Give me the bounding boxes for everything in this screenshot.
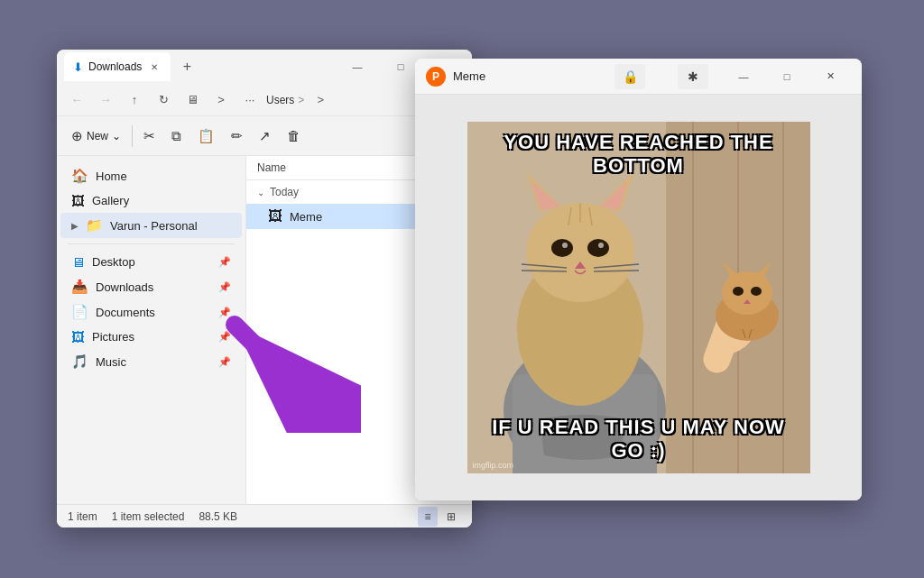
new-icon: ⊕: [71, 128, 83, 144]
meme-win-controls: — □ ✕: [723, 63, 851, 90]
sidebar-item-desktop[interactable]: 🖥 Desktop 📌: [60, 250, 242, 274]
meme-text-top: YOU HAVE REACHED THE BOTTOM: [467, 131, 810, 179]
meme-content-area: YOU HAVE REACHED THE BOTTOM IF U READ TH…: [415, 95, 862, 500]
sidebar-item-music[interactable]: 🎵 Music 📌: [60, 349, 242, 374]
minimize-button[interactable]: —: [337, 53, 378, 80]
gallery-icon: 🖼: [71, 193, 85, 208]
sidebar-varun-label: Varun - Personal: [110, 219, 198, 233]
active-tab[interactable]: ⬇ Downloads ✕: [64, 52, 171, 81]
expand-icon: ▶: [71, 221, 79, 231]
sidebar-item-gallery[interactable]: 🖼 Gallery: [60, 188, 242, 213]
new-button[interactable]: ⊕ New ⌄: [64, 122, 128, 151]
sidebar-divider: [68, 243, 235, 244]
this-pc-button[interactable]: 🖥: [180, 87, 205, 113]
meme-text-bottom: IF U READ THIS U MAY NOW GO :): [467, 416, 810, 463]
more-button[interactable]: ···: [237, 87, 263, 113]
sidebar-item-pictures[interactable]: 🖼 Pictures 📌: [60, 325, 242, 349]
rename-button[interactable]: ✏: [224, 122, 250, 151]
breadcrumb-sep: >: [298, 94, 304, 106]
home-icon: 🏠: [71, 168, 88, 184]
tile-view-button[interactable]: ⊞: [441, 507, 461, 527]
nav-chevron: >: [208, 87, 234, 113]
tab-title: Downloads: [88, 60, 142, 73]
group-chevron: ⌄: [257, 188, 264, 197]
svg-point-16: [587, 239, 609, 257]
svg-point-18: [598, 243, 604, 248]
svg-point-33: [733, 287, 744, 296]
title-bar: ⬇ Downloads ✕ + — □ ✕: [57, 50, 472, 84]
meme-minimize-button[interactable]: —: [723, 63, 764, 90]
breadcrumb-more[interactable]: >: [308, 87, 333, 113]
forward-button[interactable]: →: [93, 87, 118, 113]
rename-icon: ✏: [231, 128, 243, 144]
group-today-label: Today: [270, 186, 299, 198]
file-meme-name: Meme: [290, 210, 322, 224]
sidebar-item-home[interactable]: 🏠 Home: [60, 163, 242, 188]
meme-tools-button[interactable]: ✱: [678, 64, 708, 89]
cut-button[interactable]: ✂: [136, 122, 162, 151]
pin-icon-music: 📌: [218, 356, 231, 368]
breadcrumb-users[interactable]: Users: [266, 94, 294, 106]
cut-icon: ✂: [143, 128, 155, 144]
toolbar: ⊕ New ⌄ ✂ ⧉ 📋 ✏ ↗ 🗑: [57, 116, 472, 156]
delete-icon: 🗑: [287, 128, 300, 143]
sidebar-item-varun[interactable]: ▶ 📁 Varun - Personal: [60, 213, 242, 238]
paste-icon: 📋: [198, 128, 215, 144]
copy-icon: ⧉: [171, 128, 181, 144]
svg-point-17: [562, 243, 568, 248]
svg-line-21: [522, 271, 567, 271]
meme-lock-button[interactable]: 🔒: [614, 64, 645, 89]
svg-point-15: [551, 239, 573, 257]
refresh-button[interactable]: ↻: [151, 87, 176, 113]
back-button[interactable]: ←: [64, 87, 89, 113]
pin-icon-desktop: 📌: [218, 256, 231, 268]
new-label: New: [87, 130, 108, 142]
meme-close-button[interactable]: ✕: [809, 63, 851, 90]
pin-icon-downloads: 📌: [218, 281, 231, 293]
sidebar-pictures-label: Pictures: [92, 330, 134, 344]
new-tab-button[interactable]: +: [174, 54, 199, 79]
sidebar-desktop-label: Desktop: [92, 255, 135, 269]
item-count: 1 item: [68, 510, 97, 523]
up-button[interactable]: ↑: [122, 87, 147, 113]
pictures-icon: 🖼: [71, 329, 85, 344]
copy-button[interactable]: ⧉: [164, 122, 189, 151]
meme-title-bar: P Meme 🔒 ✱ — □ ✕: [415, 59, 862, 95]
meme-watermark: imgflip.com: [473, 461, 514, 470]
svg-point-30: [722, 271, 772, 315]
explorer-window: ⬇ Downloads ✕ + — □ ✕ ← → ↑ ↻ 🖥 > ··· Us…: [57, 50, 472, 528]
downloads-icon: 📥: [71, 279, 88, 295]
column-name: Name: [257, 161, 286, 174]
toolbar-sep-1: [132, 125, 133, 147]
meme-app-icon: P: [426, 67, 446, 87]
status-bar: 1 item 1 item selected 88.5 KB ≡ ⊞: [57, 504, 472, 528]
view-toggle: ≡ ⊞: [418, 507, 461, 527]
title-bar-tabs: ⬇ Downloads ✕ +: [64, 52, 337, 81]
folder-icon: 📁: [86, 217, 103, 234]
sidebar-item-downloads[interactable]: 📥 Downloads 📌: [60, 274, 242, 299]
sidebar-item-documents[interactable]: 📄 Documents 📌: [60, 299, 242, 325]
meme-viewer-window: P Meme 🔒 ✱ — □ ✕: [415, 59, 862, 500]
delete-button[interactable]: 🗑: [280, 122, 308, 151]
sidebar-documents-label: Documents: [96, 306, 155, 319]
main-area: 🏠 Home 🖼 Gallery ▶ 📁 Varun - Personal 🖥 …: [57, 156, 472, 504]
music-icon: 🎵: [71, 353, 88, 370]
sidebar-downloads-label: Downloads: [96, 280, 153, 294]
tab-close-button[interactable]: ✕: [147, 60, 162, 74]
sidebar: 🏠 Home 🖼 Gallery ▶ 📁 Varun - Personal 🖥 …: [57, 156, 246, 504]
sidebar-home-label: Home: [96, 170, 127, 183]
meme-window-title: Meme: [453, 69, 607, 83]
nav-bar: ← → ↑ ↻ 🖥 > ··· Users > >: [57, 84, 472, 116]
pin-icon-pictures: 📌: [218, 331, 231, 343]
list-view-button[interactable]: ≡: [418, 507, 438, 527]
new-chevron: ⌄: [112, 130, 121, 142]
documents-icon: 📄: [71, 304, 88, 320]
file-size: 88.5 KB: [199, 510, 237, 523]
meme-image: YOU HAVE REACHED THE BOTTOM IF U READ TH…: [467, 122, 810, 473]
share-button[interactable]: ↗: [252, 122, 278, 151]
tab-download-icon: ⬇: [73, 60, 83, 74]
paste-button[interactable]: 📋: [190, 122, 222, 151]
meme-maximize-button[interactable]: □: [766, 63, 808, 90]
pin-icon-documents: 📌: [218, 307, 231, 318]
meme-app-icon-letter: P: [432, 70, 439, 83]
